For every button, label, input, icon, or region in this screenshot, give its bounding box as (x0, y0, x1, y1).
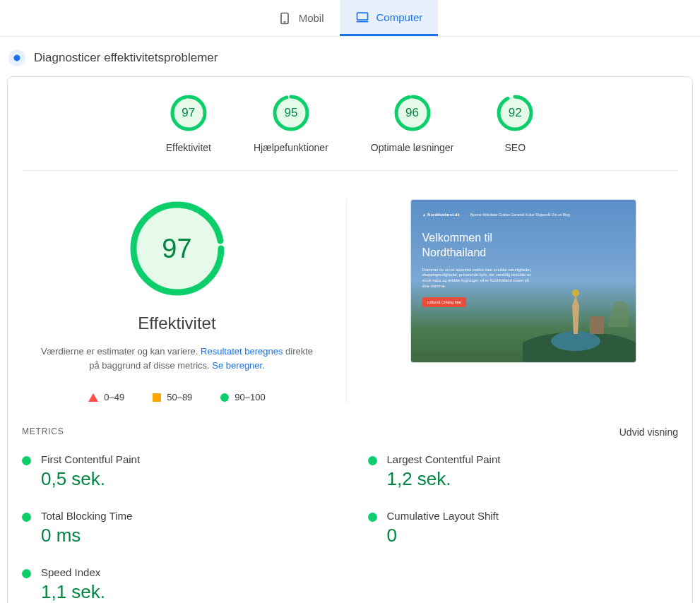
metric-name: First Contentful Paint (41, 453, 140, 465)
square-icon (153, 393, 161, 402)
tab-computer[interactable]: Computer (340, 0, 439, 36)
score-gauge: 95 (272, 94, 310, 132)
report-card: 97 Effektivitet 95 Hjælpefunktioner (7, 76, 693, 603)
svg-rect-2 (357, 13, 367, 20)
status-dot-icon (368, 513, 377, 522)
score-value: 95 (272, 94, 310, 132)
score-label: Optimale løsninger (371, 142, 454, 153)
page-preview: ▲ Nordthailand.dk Byerne Aktiviteter Gui… (410, 199, 636, 363)
preview-logo: ▲ Nordthailand.dk (422, 213, 460, 217)
triangle-icon (88, 393, 98, 402)
metric-item: First Contentful Paint 0,5 sek. (22, 453, 333, 490)
score-item[interactable]: 92 SEO (496, 94, 534, 153)
preview-scenery-icon (523, 270, 636, 362)
metric-name: Speed Index (41, 566, 105, 578)
preview-body: Drømmer du om et autentisk mekka med smu… (422, 268, 535, 289)
performance-title: Effektivitet (138, 314, 215, 333)
score-item[interactable]: 96 Optimale løsninger (371, 94, 454, 153)
score-value: 92 (496, 94, 534, 132)
diagnose-title: Diagnosticer effektivitetsproblemer (34, 51, 218, 65)
metric-item: Largest Contentful Paint 1,2 sek. (368, 453, 679, 490)
score-item[interactable]: 95 Hjælpefunktioner (254, 94, 328, 153)
mobile-icon (278, 11, 292, 25)
status-dot-icon (22, 513, 31, 522)
metric-value: 1,1 sek. (41, 581, 105, 603)
score-gauge: 96 (393, 94, 432, 132)
metric-name: Largest Contentful Paint (387, 453, 501, 465)
metric-value: 1,2 sek. (387, 468, 501, 490)
metrics-label: METRICS (22, 426, 64, 438)
score-gauge: 97 (170, 94, 208, 132)
preview-button: Udforsk Chiang Mai (422, 297, 466, 307)
performance-description: Værdierne er estimater og kan variere. R… (36, 345, 319, 372)
diagnose-header: Diagnosticer effektivitetsproblemer (0, 37, 700, 73)
expand-view[interactable]: Udvid visning (619, 426, 678, 438)
metrics-header: METRICS Udvid visning (22, 426, 678, 438)
diagnose-icon (8, 49, 25, 66)
hero-section: 97 Effektivitet Værdierne er estimater o… (22, 199, 678, 402)
legend-low: 0–49 (88, 392, 124, 402)
metric-item: Total Blocking Time 0 ms (22, 510, 333, 547)
score-label: SEO (505, 142, 526, 153)
status-dot-icon (368, 456, 377, 465)
hero-right: ▲ Nordthailand.dk Byerne Aktiviteter Gui… (368, 199, 678, 402)
metric-value: 0 (387, 525, 499, 547)
score-label: Effektivitet (166, 142, 211, 153)
svg-rect-17 (590, 316, 604, 334)
svg-point-15 (551, 331, 600, 351)
metric-value: 0 ms (41, 525, 132, 547)
legend-mid: 50–89 (153, 392, 192, 402)
metric-value: 0,5 sek. (41, 468, 140, 490)
performance-score: 97 (128, 199, 227, 298)
score-summary-row: 97 Effektivitet 95 Hjælpefunktioner (22, 94, 678, 171)
hero-left: 97 Effektivitet Værdierne er estimater o… (22, 199, 347, 402)
device-tabs: Mobil Computer (0, 0, 700, 37)
svg-point-16 (572, 289, 579, 297)
tab-computer-label: Computer (376, 11, 423, 23)
status-dot-icon (22, 569, 31, 578)
tab-mobile[interactable]: Mobil (262, 0, 340, 36)
score-item[interactable]: 97 Effektivitet (166, 94, 211, 153)
metric-name: Total Blocking Time (41, 510, 132, 522)
score-label: Hjælpefunktioner (254, 142, 328, 153)
status-dot-icon (22, 456, 31, 465)
score-value: 97 (170, 94, 208, 132)
metric-item: Speed Index 1,1 sek. (22, 566, 333, 603)
circle-icon (220, 393, 229, 402)
preview-headline: Velkommen tilNordthailand (422, 231, 624, 261)
calc-link[interactable]: Resultatet beregnes (201, 346, 283, 357)
computer-icon (355, 10, 369, 24)
score-legend: 0–49 50–89 90–100 (88, 392, 265, 402)
metric-item: Cumulative Layout Shift 0 (368, 510, 679, 547)
tab-mobile-label: Mobil (299, 12, 324, 24)
metric-name: Cumulative Layout Shift (387, 510, 499, 522)
score-value: 96 (393, 94, 432, 132)
score-gauge: 92 (496, 94, 534, 132)
see-calc-link[interactable]: Se beregner (212, 360, 262, 371)
performance-gauge: 97 (128, 199, 227, 298)
preview-nav: ▲ Nordthailand.dk Byerne Aktiviteter Gui… (422, 213, 624, 217)
legend-high: 90–100 (220, 392, 265, 402)
metrics-grid: First Contentful Paint 0,5 sek. Largest … (22, 453, 678, 603)
